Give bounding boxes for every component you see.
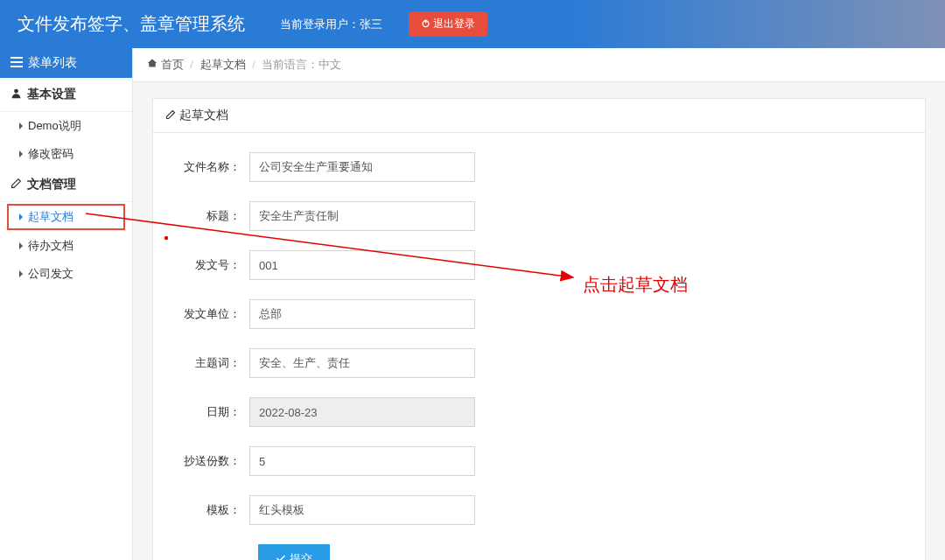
file-name-input[interactable] <box>249 152 475 182</box>
sidebar-item-change-password[interactable]: 修改密码 <box>0 140 132 168</box>
caret-right-icon <box>19 214 23 220</box>
sidebar-group-docs[interactable]: 文档管理 <box>0 168 132 202</box>
app-title: 文件发布签字、盖章管理系统 <box>18 12 245 36</box>
sidebar-group-basic[interactable]: 基本设置 <box>0 78 132 112</box>
submit-label: 提交 <box>290 551 312 560</box>
caret-right-icon <box>19 242 23 249</box>
svg-rect-4 <box>10 66 23 67</box>
submit-button[interactable]: 提交 <box>258 544 330 560</box>
current-user: 当前登录用户：张三 <box>280 17 382 32</box>
copies-input[interactable] <box>249 446 475 476</box>
user-icon <box>10 88 22 102</box>
sidebar-item-company-doc[interactable]: 公司发文 <box>0 260 132 288</box>
power-icon <box>421 18 430 31</box>
caret-right-icon <box>19 270 23 277</box>
sidebar-item-label: Demo说明 <box>28 118 81 134</box>
title-label: 标题： <box>165 208 249 224</box>
edit-icon <box>10 178 22 192</box>
edit-icon <box>165 108 176 122</box>
template-label: 模板： <box>165 502 249 518</box>
template-input[interactable] <box>249 495 475 525</box>
sidebar-item-label: 起草文档 <box>28 209 74 225</box>
sidebar-item-todo-doc[interactable]: 待办文档 <box>0 232 132 260</box>
check-icon <box>276 553 286 561</box>
breadcrumb-home[interactable]: 首页 <box>161 58 184 71</box>
date-input <box>249 397 475 427</box>
form-panel: 起草文档 文件名称： 标题： 发文号： 发文单位： <box>152 98 926 560</box>
copies-label: 抄送份数： <box>165 453 249 469</box>
menu-list-header: 菜单列表 <box>0 48 132 78</box>
doc-no-label: 发文号： <box>165 257 249 273</box>
hamburger-icon <box>10 56 23 70</box>
date-label: 日期： <box>165 404 249 420</box>
user-name: 张三 <box>360 18 382 31</box>
sidebar-item-label: 公司发文 <box>28 266 74 282</box>
breadcrumb-sep: / <box>190 58 193 71</box>
unit-input[interactable] <box>249 299 475 329</box>
logout-button[interactable]: 退出登录 <box>409 11 487 37</box>
panel-title-text: 起草文档 <box>179 108 228 123</box>
user-prefix: 当前登录用户： <box>280 18 360 31</box>
breadcrumb-current[interactable]: 起草文档 <box>200 58 246 71</box>
document-form: 文件名称： 标题： 发文号： 发文单位： 主题词： <box>153 133 925 560</box>
unit-label: 发文单位： <box>165 306 249 322</box>
sidebar-item-label: 待办文档 <box>28 238 74 254</box>
breadcrumb: 首页 / 起草文档 / 当前语言：中文 <box>133 48 945 82</box>
panel-title: 起草文档 <box>153 99 925 133</box>
svg-rect-3 <box>10 61 23 63</box>
sidebar: 菜单列表 基本设置 Demo说明 修改密码 文档管理 起草文档 待办文档 公司发… <box>0 48 133 560</box>
menu-list-title: 菜单列表 <box>28 55 77 71</box>
svg-point-5 <box>14 89 18 94</box>
home-icon <box>147 58 158 71</box>
sidebar-group-docs-label: 文档管理 <box>27 177 76 192</box>
sidebar-item-draft-doc[interactable]: 起草文档 <box>7 204 125 230</box>
annotation-text: 点击起草文档 <box>583 273 688 297</box>
keywords-label: 主题词： <box>165 355 249 371</box>
caret-right-icon <box>19 122 23 130</box>
file-name-label: 文件名称： <box>165 159 249 175</box>
main-content: 首页 / 起草文档 / 当前语言：中文 起草文档 文件名称： 标题： <box>133 48 945 560</box>
sidebar-item-demo[interactable]: Demo说明 <box>0 112 132 140</box>
title-input[interactable] <box>249 201 475 231</box>
sidebar-group-basic-label: 基本设置 <box>27 87 76 102</box>
svg-rect-2 <box>10 57 23 59</box>
sidebar-item-label: 修改密码 <box>28 146 74 162</box>
logout-label: 退出登录 <box>433 17 475 32</box>
caret-right-icon <box>19 150 23 158</box>
top-bar: 文件发布签字、盖章管理系统 当前登录用户：张三 退出登录 <box>0 0 945 48</box>
doc-no-input[interactable] <box>249 250 475 280</box>
breadcrumb-sep: / <box>252 58 256 71</box>
breadcrumb-language: 当前语言：中文 <box>262 58 341 71</box>
keywords-input[interactable] <box>249 348 475 378</box>
